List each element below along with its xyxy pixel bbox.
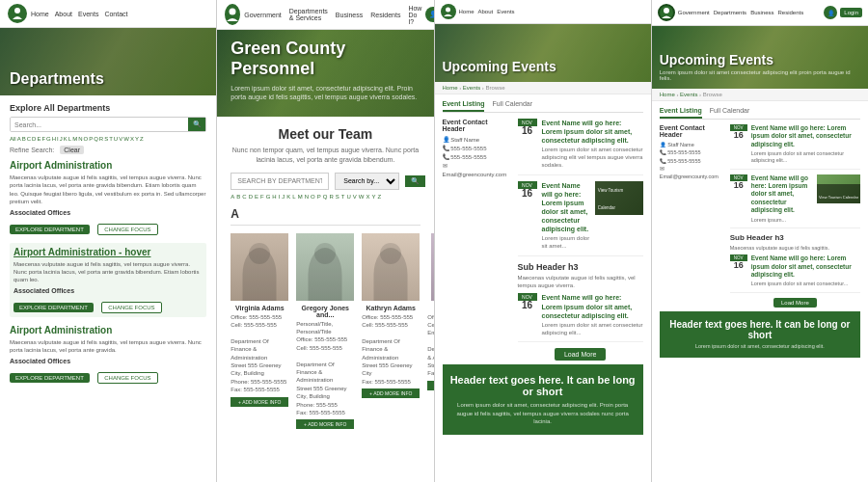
p2-alpha-a[interactable]: A <box>231 194 234 200</box>
personnel-search-btn[interactable]: 🔍 <box>405 175 425 187</box>
p2-alpha-l[interactable]: L <box>292 194 295 200</box>
p2-alpha-t[interactable]: T <box>341 194 345 200</box>
alpha-w[interactable]: W <box>123 136 129 142</box>
p4-nav-dept[interactable]: Departments <box>714 10 746 15</box>
alpha-e[interactable]: E <box>37 136 41 142</box>
dept-title-3[interactable]: Airport Administration <box>10 325 206 335</box>
alpha-k[interactable]: K <box>64 136 68 142</box>
p4-breadcrumb-home[interactable]: Home <box>660 92 675 97</box>
logo-p2[interactable] <box>225 4 240 25</box>
nav-how[interactable]: How Do I? <box>408 5 421 25</box>
alpha-u[interactable]: U <box>114 136 118 142</box>
event-img-2[interactable]: View Tourism Calendar <box>595 181 643 215</box>
nav-business[interactable]: Business <box>336 12 363 18</box>
search-button[interactable]: 🔍 <box>188 118 205 131</box>
p2-alpha-v[interactable]: V <box>353 194 357 200</box>
p2-alpha-g[interactable]: G <box>266 194 271 200</box>
event-title-2[interactable]: Event Name will go here: Lorem ipsum dol… <box>542 181 590 234</box>
alpha-a[interactable]: A <box>17 136 21 142</box>
alpha-c[interactable]: C <box>27 136 31 142</box>
alpha-j[interactable]: J <box>60 136 63 142</box>
logo-p4[interactable] <box>658 4 675 21</box>
explore-dept-btn-hover[interactable]: EXPLORE DEPARTMENT <box>14 303 94 312</box>
p2-alpha-q[interactable]: Q <box>323 194 328 200</box>
filter-clear[interactable]: Clear <box>60 146 84 154</box>
nav-dept-svc[interactable]: Departments & Services <box>289 8 328 21</box>
breadcrumb-events[interactable]: Events <box>463 85 480 91</box>
p4-load-more-btn[interactable]: Load More <box>773 298 817 308</box>
p2-alpha-f[interactable]: F <box>260 194 264 200</box>
p4-event-title-3[interactable]: Event Name will go here: Lorem ipsum dol… <box>751 254 860 279</box>
alpha-f[interactable]: F <box>41 136 45 142</box>
card-btn-2[interactable]: + ADD MORE INFO <box>296 419 354 429</box>
alpha-x[interactable]: X <box>130 136 134 142</box>
event-title-3[interactable]: Event Name will go here: Lorem ipsum dol… <box>542 293 643 319</box>
logo[interactable] <box>8 4 27 23</box>
p2-alpha-p[interactable]: P <box>317 194 321 200</box>
p2-alpha-z[interactable]: Z <box>378 194 382 200</box>
load-more-btn[interactable]: Load More <box>555 348 606 361</box>
personnel-search-input[interactable] <box>231 173 329 190</box>
p2-alpha-r[interactable]: R <box>329 194 333 200</box>
alpha-i[interactable]: I <box>57 136 59 142</box>
p4-event-img-2[interactable]: View Tourism Calendar <box>817 174 860 203</box>
nav-home[interactable]: Home <box>31 11 49 17</box>
p3-nav-events[interactable]: Events <box>497 9 514 14</box>
p4-nav-gov[interactable]: Government <box>678 10 710 15</box>
p4-tab-calendar[interactable]: Full Calendar <box>710 107 750 119</box>
change-focus-btn-hover[interactable]: CHANGE FOCUS <box>101 302 161 313</box>
tab-event-listing[interactable]: Event Listing <box>443 100 485 112</box>
p4-event-img-overlay-2[interactable]: View Tourism Calendar <box>819 195 858 200</box>
change-focus-btn-3[interactable]: CHANGE FOCUS <box>97 372 157 384</box>
personnel-search-select[interactable]: Search by... <box>335 173 399 190</box>
alpha-t[interactable]: T <box>109 136 113 142</box>
p2-alpha-h[interactable]: H <box>272 194 276 200</box>
card-btn-1[interactable]: + ADD MORE INFO <box>231 397 288 407</box>
alpha-d[interactable]: D <box>32 136 36 142</box>
alpha-z[interactable]: Z <box>140 136 144 142</box>
p3-nav-home[interactable]: Home <box>459 9 475 14</box>
p3-nav-about[interactable]: About <box>478 9 494 14</box>
card-btn-3[interactable]: + ADD MORE INFO <box>362 388 420 398</box>
p2-alpha-x[interactable]: X <box>366 194 369 200</box>
alpha-v[interactable]: V <box>119 136 122 142</box>
p2-alpha-s[interactable]: S <box>336 194 339 200</box>
tab-full-calendar[interactable]: Full Calendar <box>492 100 532 112</box>
p2-alpha-k[interactable]: K <box>286 194 290 200</box>
nav-gov[interactable]: Government <box>244 12 282 18</box>
p2-alpha-m[interactable]: M <box>298 194 303 200</box>
p2-alpha-y[interactable]: Y <box>371 194 375 200</box>
alpha-q[interactable]: Q <box>94 136 98 142</box>
alpha-m[interactable]: M <box>72 136 77 142</box>
explore-dept-btn-3[interactable]: EXPLORE DEPARTMENT <box>10 373 90 383</box>
logo-p3[interactable] <box>441 4 456 19</box>
event-img-overlay-2[interactable]: View Tourism Calendar <box>598 188 624 210</box>
p4-nav-biz[interactable]: Business <box>750 10 773 15</box>
alpha-y[interactable]: Y <box>135 136 139 142</box>
p4-tab-listing[interactable]: Event Listing <box>660 107 702 119</box>
explore-dept-btn-1[interactable]: EXPLORE DEPARTMENT <box>10 225 90 234</box>
search-input[interactable] <box>11 118 188 131</box>
nav-residents[interactable]: Residents <box>370 12 400 18</box>
alpha-all[interactable]: All <box>10 136 16 142</box>
p2-alpha-n[interactable]: N <box>305 194 309 200</box>
alpha-n[interactable]: N <box>78 136 82 142</box>
dept-title-hover[interactable]: Airport Administration - hover <box>14 247 203 257</box>
alpha-o[interactable]: O <box>83 136 88 142</box>
alpha-s[interactable]: S <box>104 136 108 142</box>
dept-title-1[interactable]: Airport Administration <box>10 160 206 171</box>
nav-about[interactable]: About <box>55 11 72 17</box>
alpha-b[interactable]: B <box>22 136 26 142</box>
user-avatar-p2[interactable]: 👤 <box>425 7 434 22</box>
alpha-r[interactable]: R <box>99 136 103 142</box>
alpha-h[interactable]: H <box>52 136 56 142</box>
p4-nav-res[interactable]: Residents <box>777 10 803 15</box>
alpha-p[interactable]: P <box>89 136 93 142</box>
p2-alpha-o[interactable]: O <box>311 194 315 200</box>
change-focus-btn-1[interactable]: CHANGE FOCUS <box>97 224 157 235</box>
event-title-1[interactable]: Event Name will go here: Lorem ipsum dol… <box>542 119 643 145</box>
p2-alpha-u[interactable]: U <box>346 194 350 200</box>
p2-alpha-e[interactable]: E <box>255 194 258 200</box>
p4-event-title-2[interactable]: Event Name will go here: Lorem ipsum dol… <box>751 174 813 215</box>
p2-alpha-j[interactable]: J <box>282 194 285 200</box>
